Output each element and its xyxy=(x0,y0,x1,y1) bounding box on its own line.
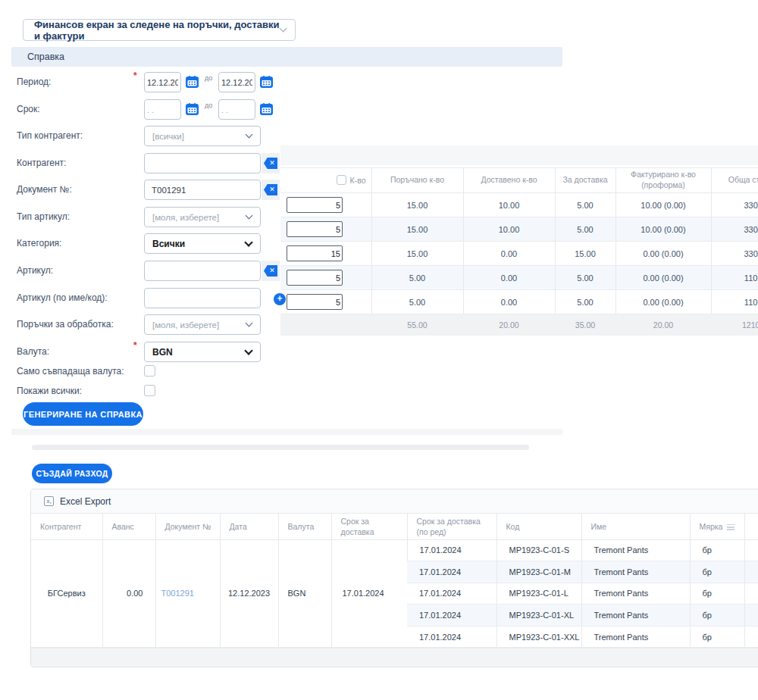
contractor-cell: БГСервиз xyxy=(31,539,102,648)
table-row: 15.00 0.00 15.00 0.00 (0.00) 330.00 xyxy=(280,242,758,266)
calendar-icon[interactable] xyxy=(260,76,273,88)
period-to-input[interactable] xyxy=(218,72,255,92)
qty-input[interactable] xyxy=(287,197,343,213)
create-expense-button[interactable]: СЪЗДАЙ РАЗХОД xyxy=(32,464,112,483)
totals-invoiced: 20.00 xyxy=(615,314,711,336)
matching-currency-row: Само съвпадаща валута: xyxy=(0,365,299,379)
delivered-cell: 0.00 xyxy=(463,266,555,290)
total-cell: 330.00 xyxy=(711,193,758,217)
generate-report-button[interactable]: ГЕНЕРИРАНЕ НА СПРАВКА xyxy=(23,402,143,426)
article-type-row: Тип артикул: [моля, изберете] xyxy=(0,207,299,227)
for-delivery-header: За доставка xyxy=(555,168,615,193)
name-cell: Tremont Pants xyxy=(581,605,690,627)
contractor-input[interactable] xyxy=(144,153,261,173)
totals-total: 1210.00 xyxy=(711,314,758,336)
for-delivery-cell: 5.00 xyxy=(555,193,615,217)
document-link[interactable]: T001291 xyxy=(161,589,194,598)
to-separator: до xyxy=(205,74,212,82)
name-header: Име xyxy=(581,514,690,539)
sort-icon[interactable] xyxy=(727,524,735,530)
code-cell: MP1923-C-01-XXL xyxy=(496,626,581,648)
invoiced-cell: 10.00 (0.00) xyxy=(615,193,711,217)
expense-table: Контрагент Аванс Документ № Дата Валута … xyxy=(31,514,758,648)
panel-divider xyxy=(11,429,562,435)
code-cell: MP1923-C-01-L xyxy=(496,583,581,605)
clear-icon[interactable]: ✕ xyxy=(264,184,277,195)
total-cell: 330.00 xyxy=(711,242,758,266)
qty-cell xyxy=(280,193,371,217)
chevron-down-icon xyxy=(244,238,252,246)
horizontal-scrollbar[interactable] xyxy=(32,445,529,450)
article-label: Артикул: xyxy=(17,261,53,281)
add-icon[interactable]: + xyxy=(274,293,286,305)
ordered-header: Поръчано к-во xyxy=(371,168,463,193)
category-select[interactable]: Всички xyxy=(144,233,261,254)
invoiced-cell: 10.00 (0.00) xyxy=(615,217,711,242)
article-type-select[interactable]: [моля, изберете] xyxy=(144,207,261,227)
document-no-label: Документ №: xyxy=(17,180,72,200)
chevron-down-icon xyxy=(244,346,252,355)
calendar-icon[interactable] xyxy=(260,103,273,115)
currency-value: BGN xyxy=(152,347,173,358)
clear-icon[interactable]: ✕ xyxy=(264,265,277,277)
qty-input[interactable] xyxy=(287,294,343,310)
calendar-icon[interactable] xyxy=(186,103,199,115)
qty-cell xyxy=(280,242,371,266)
qty-header-label: К-во xyxy=(350,176,366,185)
screen-selector-dropdown[interactable]: Финансов екран за следене на поръчки, до… xyxy=(23,19,296,41)
category-row: Категория: Всички xyxy=(0,233,299,254)
chevron-down-icon xyxy=(280,25,287,33)
orders-processing-label: Поръчки за обработка: xyxy=(17,314,114,335)
article-input[interactable] xyxy=(144,261,261,281)
orders-processing-select[interactable]: [моля, изберете] xyxy=(144,314,261,335)
totals-delivered: 20.00 xyxy=(463,314,555,336)
calendar-icon[interactable] xyxy=(186,76,199,88)
table-row: БГСервиз 0.00 T001291 12.12.2023 BGN 17.… xyxy=(31,539,758,561)
qty-input[interactable] xyxy=(287,270,343,286)
total-cell: 330.00 xyxy=(711,217,758,242)
period-from-input[interactable] xyxy=(144,72,181,92)
term-by-row-cell: 17.01.2024 xyxy=(407,626,496,648)
article-by-name-input[interactable] xyxy=(144,288,261,308)
totals-empty-cell xyxy=(280,314,371,336)
qty-header: К-во xyxy=(280,168,371,193)
currency-row: Валута: * BGN xyxy=(0,342,299,362)
currency-select[interactable]: BGN xyxy=(144,342,261,362)
clear-icon[interactable]: ✕ xyxy=(264,158,277,169)
contractor-header: Контрагент xyxy=(31,514,102,539)
contractor-label: Контрагент: xyxy=(17,153,66,173)
extra-cell xyxy=(744,539,758,561)
article-row: Артикул: ✕ xyxy=(0,261,299,281)
term-to-input[interactable] xyxy=(218,99,255,120)
contractor-type-select[interactable]: [всички] xyxy=(144,126,261,146)
chevron-down-icon xyxy=(246,212,253,220)
select-all-checkbox[interactable] xyxy=(337,175,346,185)
delivered-header: Доставено к-во xyxy=(463,168,555,193)
for-delivery-cell: 5.00 xyxy=(555,290,615,314)
ordered-cell: 15.00 xyxy=(371,193,463,217)
show-all-checkbox[interactable] xyxy=(144,385,155,396)
to-separator: до xyxy=(205,102,212,109)
table-row: 5.00 0.00 5.00 0.00 (0.00) 110.00 xyxy=(280,266,758,290)
qty-cell xyxy=(280,217,371,242)
currency-header: Валута xyxy=(278,514,331,539)
table-row: 15.00 10.00 5.00 10.00 (0.00) 330.00 xyxy=(280,193,758,217)
invoiced-cell: 0.00 (0.00) xyxy=(615,242,711,266)
document-cell: T001291 xyxy=(155,539,220,648)
contractor-row: Контрагент: ✕ xyxy=(0,153,299,173)
expense-header-row: Контрагент Аванс Документ № Дата Валута … xyxy=(31,514,758,539)
qty-input[interactable] xyxy=(287,221,343,237)
currency-label: Валута: xyxy=(17,342,49,362)
term-from-input[interactable] xyxy=(144,99,181,120)
category-value: Всички xyxy=(152,239,185,249)
date-header: Дата xyxy=(220,514,278,539)
excel-export-link[interactable]: Excel Export xyxy=(60,496,111,507)
matching-currency-checkbox[interactable] xyxy=(144,365,155,377)
extra-cell xyxy=(744,583,758,605)
required-marker: * xyxy=(133,70,137,81)
qty-input[interactable] xyxy=(287,245,343,261)
qty-cell xyxy=(280,266,371,290)
document-no-input[interactable] xyxy=(144,180,261,200)
contractor-type-row: Тип контрагент: [всички] xyxy=(0,126,299,146)
unit-header: Мярка xyxy=(690,514,744,539)
